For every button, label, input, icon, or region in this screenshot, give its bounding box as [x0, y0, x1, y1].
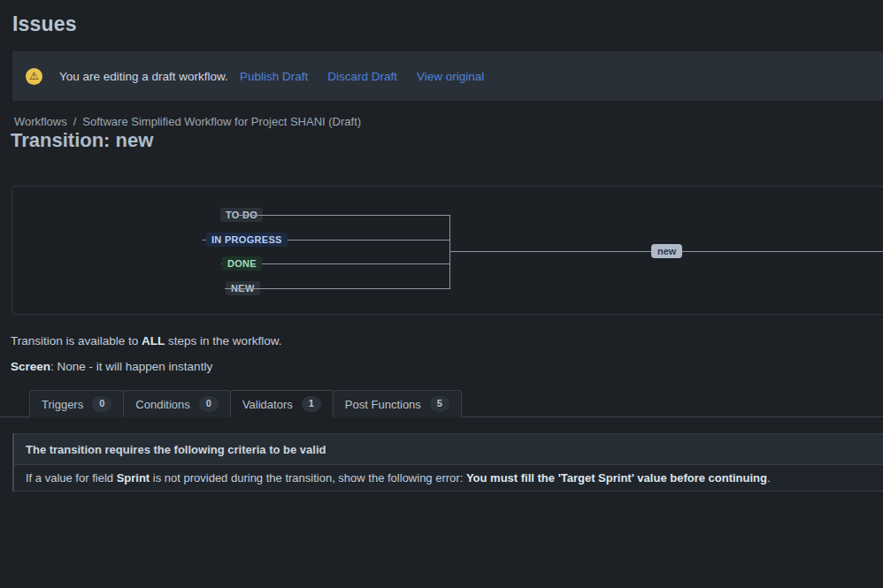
bracket-line: [449, 215, 450, 289]
banner-message: You are editing a draft workflow.: [59, 70, 228, 83]
availability-all: ALL: [142, 334, 165, 347]
rule-middle: is not provided during the transition, s…: [150, 471, 466, 485]
tab-post-functions-label: Post Functions: [345, 398, 421, 411]
tab-triggers-label: Triggers: [42, 398, 83, 411]
new-status-connector-line: [225, 288, 449, 289]
tab-validators-label: Validators: [242, 398, 293, 411]
tab-conditions[interactable]: Conditions 0: [123, 390, 231, 417]
tab-triggers[interactable]: Triggers 0: [29, 390, 124, 417]
tabs-row: Triggers 0 Conditions 0 Validators 1 Pos…: [29, 390, 461, 417]
breadcrumb-current: Software Simplified Workflow for Project…: [82, 115, 361, 128]
rule-prefix: If a value for field: [26, 471, 117, 485]
tab-post-functions[interactable]: Post Functions 5: [333, 390, 462, 417]
tab-conditions-count-badge: 0: [199, 396, 219, 411]
availability-text: Transition is available to ALL steps in …: [11, 334, 281, 347]
breadcrumb: Workflows/Software Simplified Workflow f…: [14, 115, 361, 128]
availability-suffix: steps in the workflow.: [165, 334, 281, 347]
screen-value: : None - it will happen instantly: [50, 360, 212, 373]
warning-icon: ⚠: [26, 68, 42, 85]
status-lozenge-done[interactable]: DONE: [222, 256, 262, 271]
tabs-strip: Triggers 0 Conditions 0 Validators 1 Pos…: [0, 390, 883, 417]
tab-validators-count-badge: 1: [302, 396, 321, 411]
publish-draft-link[interactable]: Publish Draft: [240, 70, 308, 83]
view-original-link[interactable]: View original: [417, 70, 484, 83]
rule-suffix: .: [767, 471, 771, 485]
screen-label: Screen: [11, 360, 50, 373]
screen-text: Screen: None - it will happen instantly: [11, 360, 212, 373]
tab-triggers-count-badge: 0: [92, 396, 111, 411]
rule-field-name: Sprint: [117, 471, 150, 485]
validator-rule-row: If a value for field Sprint is not provi…: [14, 464, 883, 492]
todo-connector-line: [238, 215, 449, 216]
validators-criteria-panel: The transition requires the following cr…: [12, 433, 883, 492]
availability-prefix: Transition is available to: [11, 334, 142, 347]
discard-draft-link[interactable]: Discard Draft: [327, 70, 397, 83]
criteria-panel-header: The transition requires the following cr…: [14, 433, 883, 464]
workflow-editor-page: Issues ⚠ You are editing a draft workflo…: [0, 0, 883, 588]
status-lozenge-in-progress[interactable]: IN PROGRESS: [206, 233, 288, 247]
workflow-diagram-panel: TO DO IN PROGRESS DONE NEW new: [12, 186, 883, 315]
transition-heading: Transition: new: [11, 129, 153, 152]
tab-validators[interactable]: Validators 1: [230, 390, 334, 417]
breadcrumb-workflows-link[interactable]: Workflows: [14, 115, 67, 128]
tab-conditions-label: Conditions: [135, 398, 189, 411]
page-title: Issues: [12, 12, 77, 36]
breadcrumb-separator: /: [73, 115, 77, 128]
tab-post-functions-count-badge: 5: [430, 396, 449, 411]
transition-label-chip[interactable]: new: [651, 244, 682, 258]
draft-warning-banner: ⚠ You are editing a draft workflow. Publ…: [12, 51, 883, 101]
rule-error-message: You must fill the 'Target Sprint' value …: [466, 471, 767, 485]
